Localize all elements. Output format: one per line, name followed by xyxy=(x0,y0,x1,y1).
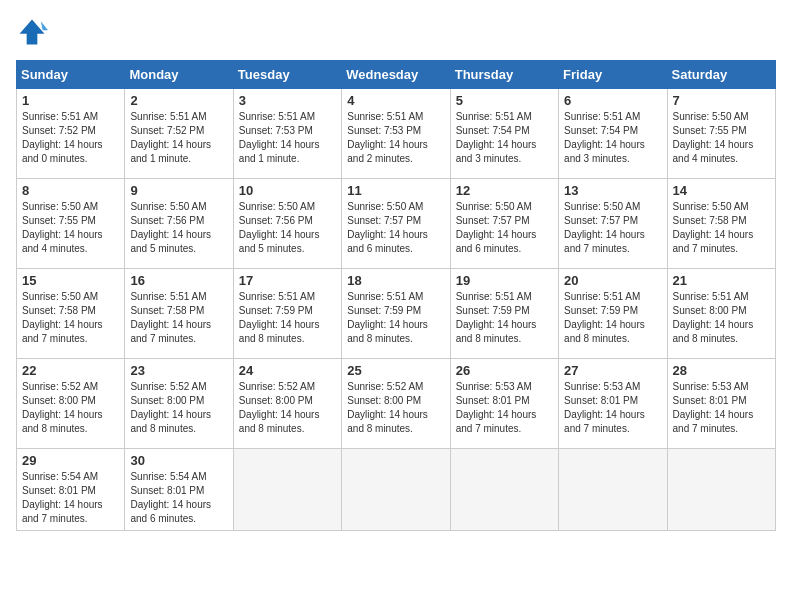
calendar-week-5: 29 Sunrise: 5:54 AM Sunset: 8:01 PM Dayl… xyxy=(17,449,776,531)
day-info: Sunrise: 5:54 AM Sunset: 8:01 PM Dayligh… xyxy=(22,470,119,526)
day-number: 29 xyxy=(22,453,119,468)
day-number: 22 xyxy=(22,363,119,378)
day-number: 24 xyxy=(239,363,336,378)
day-info: Sunrise: 5:50 AM Sunset: 7:57 PM Dayligh… xyxy=(347,200,444,256)
day-number: 12 xyxy=(456,183,553,198)
calendar-cell: 26 Sunrise: 5:53 AM Sunset: 8:01 PM Dayl… xyxy=(450,359,558,449)
day-info: Sunrise: 5:52 AM Sunset: 8:00 PM Dayligh… xyxy=(130,380,227,436)
day-info: Sunrise: 5:50 AM Sunset: 7:55 PM Dayligh… xyxy=(673,110,770,166)
calendar-header: SundayMondayTuesdayWednesdayThursdayFrid… xyxy=(17,61,776,89)
calendar-cell: 6 Sunrise: 5:51 AM Sunset: 7:54 PM Dayli… xyxy=(559,89,667,179)
svg-marker-0 xyxy=(20,20,45,45)
day-number: 3 xyxy=(239,93,336,108)
calendar-cell: 2 Sunrise: 5:51 AM Sunset: 7:52 PM Dayli… xyxy=(125,89,233,179)
calendar-cell xyxy=(450,449,558,531)
calendar-cell xyxy=(667,449,775,531)
day-info: Sunrise: 5:50 AM Sunset: 7:56 PM Dayligh… xyxy=(239,200,336,256)
day-number: 30 xyxy=(130,453,227,468)
calendar-week-1: 1 Sunrise: 5:51 AM Sunset: 7:52 PM Dayli… xyxy=(17,89,776,179)
calendar-cell: 20 Sunrise: 5:51 AM Sunset: 7:59 PM Dayl… xyxy=(559,269,667,359)
calendar-cell: 15 Sunrise: 5:50 AM Sunset: 7:58 PM Dayl… xyxy=(17,269,125,359)
weekday-header-thursday: Thursday xyxy=(450,61,558,89)
day-number: 19 xyxy=(456,273,553,288)
day-info: Sunrise: 5:54 AM Sunset: 8:01 PM Dayligh… xyxy=(130,470,227,526)
calendar-cell: 24 Sunrise: 5:52 AM Sunset: 8:00 PM Dayl… xyxy=(233,359,341,449)
svg-marker-1 xyxy=(41,21,48,30)
day-info: Sunrise: 5:51 AM Sunset: 8:00 PM Dayligh… xyxy=(673,290,770,346)
calendar-cell xyxy=(233,449,341,531)
day-info: Sunrise: 5:53 AM Sunset: 8:01 PM Dayligh… xyxy=(564,380,661,436)
day-info: Sunrise: 5:51 AM Sunset: 7:59 PM Dayligh… xyxy=(347,290,444,346)
day-number: 11 xyxy=(347,183,444,198)
day-number: 28 xyxy=(673,363,770,378)
calendar-cell: 14 Sunrise: 5:50 AM Sunset: 7:58 PM Dayl… xyxy=(667,179,775,269)
calendar-cell: 29 Sunrise: 5:54 AM Sunset: 8:01 PM Dayl… xyxy=(17,449,125,531)
calendar-week-3: 15 Sunrise: 5:50 AM Sunset: 7:58 PM Dayl… xyxy=(17,269,776,359)
day-number: 2 xyxy=(130,93,227,108)
day-info: Sunrise: 5:51 AM Sunset: 7:52 PM Dayligh… xyxy=(130,110,227,166)
calendar-cell: 8 Sunrise: 5:50 AM Sunset: 7:55 PM Dayli… xyxy=(17,179,125,269)
page-header xyxy=(16,16,776,48)
day-info: Sunrise: 5:51 AM Sunset: 7:54 PM Dayligh… xyxy=(564,110,661,166)
day-number: 27 xyxy=(564,363,661,378)
day-info: Sunrise: 5:53 AM Sunset: 8:01 PM Dayligh… xyxy=(456,380,553,436)
calendar-table: SundayMondayTuesdayWednesdayThursdayFrid… xyxy=(16,60,776,531)
calendar-cell: 9 Sunrise: 5:50 AM Sunset: 7:56 PM Dayli… xyxy=(125,179,233,269)
day-info: Sunrise: 5:51 AM Sunset: 7:58 PM Dayligh… xyxy=(130,290,227,346)
weekday-header-friday: Friday xyxy=(559,61,667,89)
day-info: Sunrise: 5:51 AM Sunset: 7:59 PM Dayligh… xyxy=(564,290,661,346)
calendar-cell: 10 Sunrise: 5:50 AM Sunset: 7:56 PM Dayl… xyxy=(233,179,341,269)
day-info: Sunrise: 5:52 AM Sunset: 8:00 PM Dayligh… xyxy=(22,380,119,436)
day-info: Sunrise: 5:52 AM Sunset: 8:00 PM Dayligh… xyxy=(239,380,336,436)
day-number: 8 xyxy=(22,183,119,198)
day-info: Sunrise: 5:51 AM Sunset: 7:53 PM Dayligh… xyxy=(347,110,444,166)
calendar-cell: 3 Sunrise: 5:51 AM Sunset: 7:53 PM Dayli… xyxy=(233,89,341,179)
calendar-cell: 25 Sunrise: 5:52 AM Sunset: 8:00 PM Dayl… xyxy=(342,359,450,449)
day-number: 13 xyxy=(564,183,661,198)
calendar-cell: 4 Sunrise: 5:51 AM Sunset: 7:53 PM Dayli… xyxy=(342,89,450,179)
day-number: 1 xyxy=(22,93,119,108)
calendar-cell xyxy=(559,449,667,531)
weekday-header-saturday: Saturday xyxy=(667,61,775,89)
calendar-cell: 17 Sunrise: 5:51 AM Sunset: 7:59 PM Dayl… xyxy=(233,269,341,359)
calendar-cell: 19 Sunrise: 5:51 AM Sunset: 7:59 PM Dayl… xyxy=(450,269,558,359)
day-info: Sunrise: 5:51 AM Sunset: 7:53 PM Dayligh… xyxy=(239,110,336,166)
day-info: Sunrise: 5:51 AM Sunset: 7:59 PM Dayligh… xyxy=(456,290,553,346)
calendar-cell: 23 Sunrise: 5:52 AM Sunset: 8:00 PM Dayl… xyxy=(125,359,233,449)
day-number: 18 xyxy=(347,273,444,288)
day-number: 10 xyxy=(239,183,336,198)
weekday-header-sunday: Sunday xyxy=(17,61,125,89)
calendar-body: 1 Sunrise: 5:51 AM Sunset: 7:52 PM Dayli… xyxy=(17,89,776,531)
day-number: 17 xyxy=(239,273,336,288)
weekday-header-monday: Monday xyxy=(125,61,233,89)
day-number: 9 xyxy=(130,183,227,198)
day-number: 26 xyxy=(456,363,553,378)
day-number: 15 xyxy=(22,273,119,288)
day-info: Sunrise: 5:50 AM Sunset: 7:56 PM Dayligh… xyxy=(130,200,227,256)
calendar-cell: 1 Sunrise: 5:51 AM Sunset: 7:52 PM Dayli… xyxy=(17,89,125,179)
day-info: Sunrise: 5:51 AM Sunset: 7:54 PM Dayligh… xyxy=(456,110,553,166)
logo xyxy=(16,16,52,48)
day-info: Sunrise: 5:50 AM Sunset: 7:55 PM Dayligh… xyxy=(22,200,119,256)
day-number: 4 xyxy=(347,93,444,108)
day-number: 14 xyxy=(673,183,770,198)
calendar-cell: 18 Sunrise: 5:51 AM Sunset: 7:59 PM Dayl… xyxy=(342,269,450,359)
day-number: 20 xyxy=(564,273,661,288)
day-info: Sunrise: 5:50 AM Sunset: 7:57 PM Dayligh… xyxy=(564,200,661,256)
day-info: Sunrise: 5:53 AM Sunset: 8:01 PM Dayligh… xyxy=(673,380,770,436)
day-number: 16 xyxy=(130,273,227,288)
calendar-cell xyxy=(342,449,450,531)
logo-icon xyxy=(16,16,48,48)
calendar-cell: 28 Sunrise: 5:53 AM Sunset: 8:01 PM Dayl… xyxy=(667,359,775,449)
calendar-cell: 5 Sunrise: 5:51 AM Sunset: 7:54 PM Dayli… xyxy=(450,89,558,179)
day-info: Sunrise: 5:52 AM Sunset: 8:00 PM Dayligh… xyxy=(347,380,444,436)
day-info: Sunrise: 5:51 AM Sunset: 7:59 PM Dayligh… xyxy=(239,290,336,346)
calendar-cell: 7 Sunrise: 5:50 AM Sunset: 7:55 PM Dayli… xyxy=(667,89,775,179)
calendar-week-2: 8 Sunrise: 5:50 AM Sunset: 7:55 PM Dayli… xyxy=(17,179,776,269)
calendar-cell: 30 Sunrise: 5:54 AM Sunset: 8:01 PM Dayl… xyxy=(125,449,233,531)
day-number: 23 xyxy=(130,363,227,378)
weekday-header-tuesday: Tuesday xyxy=(233,61,341,89)
day-number: 5 xyxy=(456,93,553,108)
calendar-cell: 12 Sunrise: 5:50 AM Sunset: 7:57 PM Dayl… xyxy=(450,179,558,269)
day-info: Sunrise: 5:50 AM Sunset: 7:58 PM Dayligh… xyxy=(22,290,119,346)
